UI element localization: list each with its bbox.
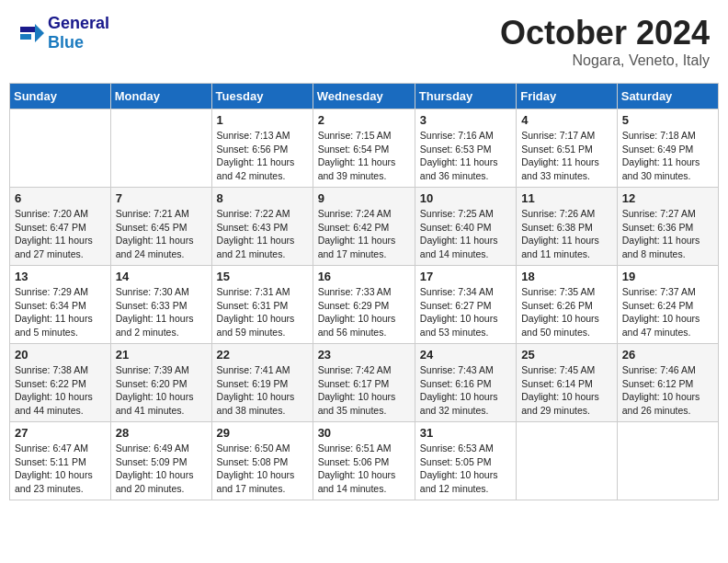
day-info: Sunrise: 7:43 AMSunset: 6:16 PMDaylight:…	[420, 363, 511, 418]
calendar-cell: 27Sunrise: 6:47 AMSunset: 5:11 PMDayligh…	[10, 422, 111, 500]
day-number: 31	[420, 426, 511, 440]
day-info: Sunrise: 7:27 AMSunset: 6:36 PMDaylight:…	[622, 207, 713, 261]
day-number: 10	[420, 191, 511, 205]
calendar-cell: 24Sunrise: 7:43 AMSunset: 6:16 PMDayligh…	[415, 344, 516, 422]
calendar-cell: 19Sunrise: 7:37 AMSunset: 6:24 PMDayligh…	[617, 266, 718, 344]
page-header: General Blue October 2024 Nogara, Veneto…	[9, 9, 719, 74]
day-info: Sunrise: 6:49 AMSunset: 5:09 PMDaylight:…	[116, 442, 207, 496]
day-info: Sunrise: 7:16 AMSunset: 6:53 PMDaylight:…	[420, 129, 511, 183]
calendar-cell	[10, 109, 111, 188]
calendar-cell: 11Sunrise: 7:26 AMSunset: 6:38 PMDayligh…	[517, 188, 618, 266]
location: Nogara, Veneto, Italy	[500, 52, 710, 69]
day-number: 14	[116, 270, 207, 283]
calendar-cell: 25Sunrise: 7:45 AMSunset: 6:14 PMDayligh…	[517, 344, 618, 422]
day-info: Sunrise: 7:13 AMSunset: 6:56 PMDaylight:…	[217, 129, 308, 183]
calendar-cell: 10Sunrise: 7:25 AMSunset: 6:40 PMDayligh…	[415, 188, 516, 266]
calendar-cell: 21Sunrise: 7:39 AMSunset: 6:20 PMDayligh…	[110, 344, 211, 422]
day-info: Sunrise: 6:53 AMSunset: 5:05 PMDaylight:…	[420, 442, 511, 496]
calendar-cell: 1Sunrise: 7:13 AMSunset: 6:56 PMDaylight…	[211, 109, 313, 188]
day-number: 28	[116, 426, 207, 440]
day-number: 19	[622, 270, 713, 283]
calendar-week-row: 27Sunrise: 6:47 AMSunset: 5:11 PMDayligh…	[10, 422, 719, 500]
day-header-wednesday: Wednesday	[313, 84, 415, 109]
day-info: Sunrise: 7:30 AMSunset: 6:33 PMDaylight:…	[116, 285, 207, 339]
day-header-saturday: Saturday	[617, 84, 718, 109]
calendar-cell: 28Sunrise: 6:49 AMSunset: 5:09 PMDayligh…	[110, 422, 211, 500]
day-info: Sunrise: 7:17 AMSunset: 6:51 PMDaylight:…	[521, 129, 612, 183]
day-info: Sunrise: 7:35 AMSunset: 6:26 PMDaylight:…	[521, 285, 612, 339]
day-info: Sunrise: 7:26 AMSunset: 6:38 PMDaylight:…	[521, 207, 612, 261]
day-info: Sunrise: 7:39 AMSunset: 6:20 PMDaylight:…	[116, 363, 207, 418]
day-number: 3	[420, 113, 511, 127]
calendar-cell: 29Sunrise: 6:50 AMSunset: 5:08 PMDayligh…	[211, 422, 313, 500]
calendar-week-row: 1Sunrise: 7:13 AMSunset: 6:56 PMDaylight…	[10, 109, 719, 188]
day-header-tuesday: Tuesday	[211, 84, 313, 109]
day-info: Sunrise: 7:18 AMSunset: 6:49 PMDaylight:…	[622, 129, 713, 183]
day-number: 22	[217, 348, 308, 362]
day-header-thursday: Thursday	[415, 84, 516, 109]
day-number: 27	[15, 426, 106, 440]
calendar-cell: 15Sunrise: 7:31 AMSunset: 6:31 PMDayligh…	[211, 266, 313, 344]
calendar-week-row: 20Sunrise: 7:38 AMSunset: 6:22 PMDayligh…	[10, 344, 719, 422]
calendar-cell	[617, 422, 718, 500]
day-info: Sunrise: 7:34 AMSunset: 6:27 PMDaylight:…	[420, 285, 511, 339]
day-number: 16	[318, 270, 410, 283]
calendar-cell: 9Sunrise: 7:24 AMSunset: 6:42 PMDaylight…	[313, 188, 415, 266]
calendar-header-row: SundayMondayTuesdayWednesdayThursdayFrid…	[10, 84, 719, 109]
day-number: 21	[116, 348, 207, 362]
day-info: Sunrise: 7:37 AMSunset: 6:24 PMDaylight:…	[622, 285, 713, 339]
logo-text-general: General	[48, 14, 109, 32]
day-number: 25	[521, 348, 612, 362]
day-info: Sunrise: 7:33 AMSunset: 6:29 PMDaylight:…	[318, 285, 410, 339]
calendar-cell: 31Sunrise: 6:53 AMSunset: 5:05 PMDayligh…	[415, 422, 516, 500]
day-number: 17	[420, 270, 511, 283]
day-info: Sunrise: 6:50 AMSunset: 5:08 PMDaylight:…	[217, 442, 308, 496]
day-number: 11	[521, 191, 612, 205]
day-number: 18	[521, 270, 612, 283]
day-info: Sunrise: 7:15 AMSunset: 6:54 PMDaylight:…	[318, 129, 410, 183]
day-number: 26	[622, 348, 713, 362]
calendar-cell: 16Sunrise: 7:33 AMSunset: 6:29 PMDayligh…	[313, 266, 415, 344]
day-info: Sunrise: 7:41 AMSunset: 6:19 PMDaylight:…	[217, 363, 308, 418]
day-info: Sunrise: 7:31 AMSunset: 6:31 PMDaylight:…	[217, 285, 308, 339]
calendar-week-row: 13Sunrise: 7:29 AMSunset: 6:34 PMDayligh…	[10, 266, 719, 344]
calendar-week-row: 6Sunrise: 7:20 AMSunset: 6:47 PMDaylight…	[10, 188, 719, 266]
day-info: Sunrise: 7:20 AMSunset: 6:47 PMDaylight:…	[15, 207, 106, 261]
day-number: 4	[521, 113, 612, 127]
svg-rect-2	[20, 27, 35, 32]
day-number: 8	[217, 191, 308, 205]
day-info: Sunrise: 7:22 AMSunset: 6:43 PMDaylight:…	[217, 207, 308, 261]
day-info: Sunrise: 7:45 AMSunset: 6:14 PMDaylight:…	[521, 363, 612, 418]
calendar-cell: 12Sunrise: 7:27 AMSunset: 6:36 PMDayligh…	[617, 188, 718, 266]
calendar-cell: 22Sunrise: 7:41 AMSunset: 6:19 PMDayligh…	[211, 344, 313, 422]
calendar-cell: 20Sunrise: 7:38 AMSunset: 6:22 PMDayligh…	[10, 344, 111, 422]
day-number: 5	[622, 113, 713, 127]
day-number: 12	[622, 191, 713, 205]
title-block: October 2024 Nogara, Veneto, Italy	[500, 14, 710, 69]
calendar-cell: 7Sunrise: 7:21 AMSunset: 6:45 PMDaylight…	[110, 188, 211, 266]
day-info: Sunrise: 6:47 AMSunset: 5:11 PMDaylight:…	[15, 442, 106, 496]
calendar-cell: 30Sunrise: 6:51 AMSunset: 5:06 PMDayligh…	[313, 422, 415, 500]
calendar-cell: 8Sunrise: 7:22 AMSunset: 6:43 PMDaylight…	[211, 188, 313, 266]
day-header-monday: Monday	[110, 84, 211, 109]
day-number: 7	[116, 191, 207, 205]
calendar-cell: 2Sunrise: 7:15 AMSunset: 6:54 PMDaylight…	[313, 109, 415, 188]
day-number: 1	[217, 113, 308, 127]
calendar-cell: 3Sunrise: 7:16 AMSunset: 6:53 PMDaylight…	[415, 109, 516, 188]
calendar-cell: 13Sunrise: 7:29 AMSunset: 6:34 PMDayligh…	[10, 266, 111, 344]
day-number: 24	[420, 348, 511, 362]
logo: General Blue	[18, 14, 109, 52]
day-number: 9	[318, 191, 410, 205]
calendar-cell: 14Sunrise: 7:30 AMSunset: 6:33 PMDayligh…	[110, 266, 211, 344]
day-info: Sunrise: 6:51 AMSunset: 5:06 PMDaylight:…	[318, 442, 410, 496]
day-info: Sunrise: 7:38 AMSunset: 6:22 PMDaylight:…	[15, 363, 106, 418]
calendar-cell: 18Sunrise: 7:35 AMSunset: 6:26 PMDayligh…	[517, 266, 618, 344]
day-number: 29	[217, 426, 308, 440]
day-info: Sunrise: 7:24 AMSunset: 6:42 PMDaylight:…	[318, 207, 410, 261]
calendar-cell: 4Sunrise: 7:17 AMSunset: 6:51 PMDaylight…	[517, 109, 618, 188]
day-info: Sunrise: 7:21 AMSunset: 6:45 PMDaylight:…	[116, 207, 207, 261]
calendar-cell	[517, 422, 618, 500]
month-title: October 2024	[500, 14, 710, 52]
calendar-cell: 17Sunrise: 7:34 AMSunset: 6:27 PMDayligh…	[415, 266, 516, 344]
day-info: Sunrise: 7:42 AMSunset: 6:17 PMDaylight:…	[318, 363, 410, 418]
